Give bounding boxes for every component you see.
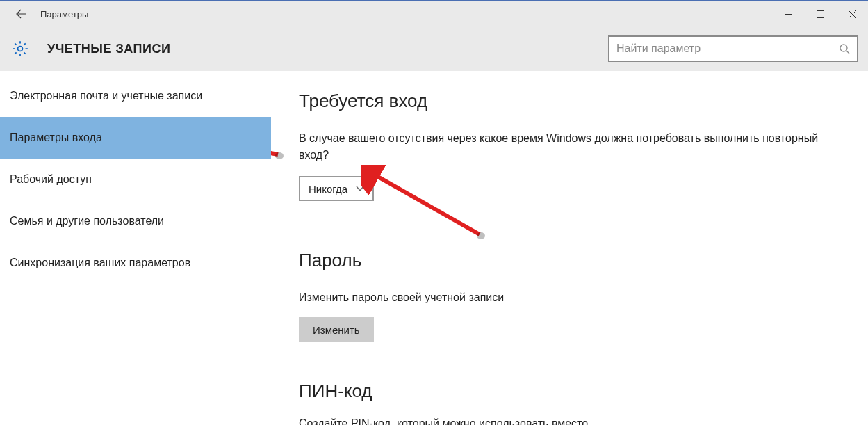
titlebar: Параметры [0,1,868,26]
signin-description: В случае вашего отсутствия через какое в… [299,130,827,163]
annotation-arrow-1 [271,120,285,161]
search-icon [839,43,850,54]
dropdown-value: Никогда [309,183,347,195]
sidebar-item-label: Электронная почта и учетные записи [10,90,202,102]
search-box[interactable] [608,35,858,62]
content-pane: Требуется вход В случае вашего отсутстви… [271,71,868,425]
settings-gear-icon [7,40,33,58]
signin-heading: Требуется вход [299,90,840,112]
close-button[interactable] [836,1,868,26]
svg-point-6 [477,232,485,239]
body: Электронная почта и учетные записи Парам… [0,71,868,425]
minimize-icon [785,10,792,18]
svg-point-2 [840,45,847,51]
maximize-icon [817,10,824,18]
svg-point-4 [275,152,284,159]
sidebar-item-label: Синхронизация ваших параметров [10,257,190,269]
section-pin: ПИН-код Создайте PIN-код, который можно … [299,380,840,425]
sidebar-item-work-access[interactable]: Рабочий доступ [0,159,271,200]
button-label: Изменить [313,324,360,336]
sidebar-item-email-accounts[interactable]: Электронная почта и учетные записи [0,75,271,117]
search-input[interactable] [616,42,839,55]
pin-description-cut: Создайте PIN-код, который можно использо… [299,417,840,425]
window-title: Параметры [40,9,88,19]
password-description: Изменить пароль своей учетной записи [299,289,827,306]
sidebar-item-label: Параметры входа [10,131,102,144]
window-controls [772,1,868,26]
chevron-down-icon [356,184,364,193]
svg-rect-0 [817,10,824,17]
svg-line-3 [271,125,278,154]
svg-point-1 [18,47,23,51]
minimize-button[interactable] [772,1,804,26]
maximize-button[interactable] [804,1,836,26]
close-icon [849,10,856,18]
pin-heading: ПИН-код [299,380,840,402]
sidebar: Электронная почта и учетные записи Парам… [0,71,271,425]
back-arrow-icon [15,8,27,20]
settings-window: Параметры УЧЕТНЫЕ ЗАПИСИ Электронная поч… [0,0,868,425]
sidebar-item-label: Семья и другие пользователи [10,215,164,227]
sidebar-item-sync-settings[interactable]: Синхронизация ваших параметров [0,242,271,284]
section-signin-required: Требуется вход В случае вашего отсутстви… [299,90,840,201]
back-button[interactable] [6,1,36,26]
page-title: УЧЕТНЫЕ ЗАПИСИ [47,42,170,56]
sidebar-item-signin-options[interactable]: Параметры входа [0,117,271,159]
sidebar-item-label: Рабочий доступ [10,173,92,186]
section-password: Пароль Изменить пароль своей учетной зап… [299,250,840,342]
change-password-button[interactable]: Изменить [299,317,374,342]
password-heading: Пароль [299,250,840,271]
header-row: УЧЕТНЫЕ ЗАПИСИ [0,26,868,71]
sidebar-item-family-users[interactable]: Семья и другие пользователи [0,200,271,242]
signin-interval-dropdown[interactable]: Никогда [299,176,374,201]
